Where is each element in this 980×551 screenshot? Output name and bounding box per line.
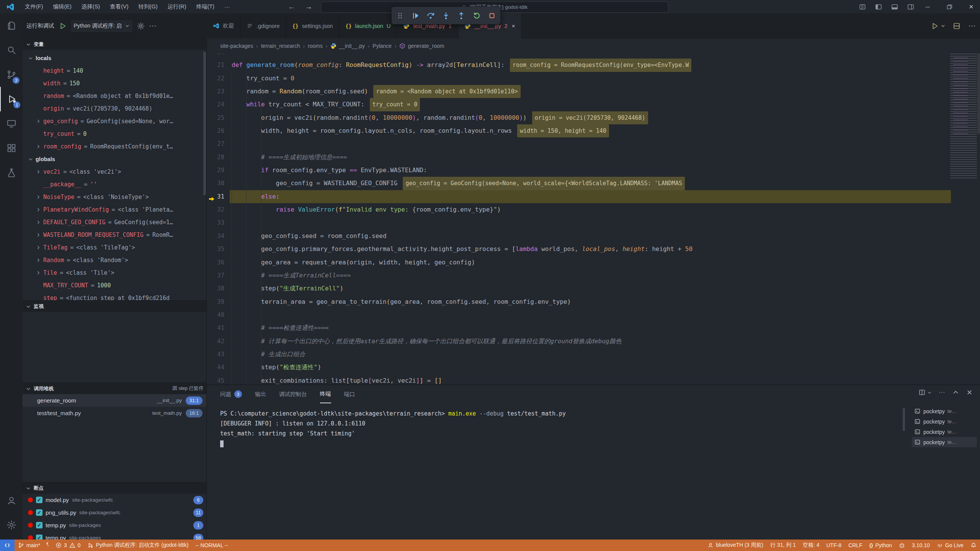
run-python-file-icon[interactable] [931, 22, 939, 30]
menu-item-T[interactable]: 终端(T) [191, 0, 220, 13]
variable-row[interactable]: try_count=0 [23, 127, 206, 140]
panel-tab-端口[interactable]: 端口 [344, 385, 355, 403]
breadcrumb-item[interactable]: site-packages [220, 43, 253, 49]
continue-icon[interactable] [411, 11, 420, 20]
step-over-icon[interactable] [426, 11, 435, 20]
tab-settings.json[interactable]: {}settings.json [286, 13, 339, 38]
panel-tab-问题[interactable]: 问题3 [220, 385, 242, 403]
variable-scope-globals[interactable]: globals [23, 153, 206, 165]
variable-row[interactable]: PlanetaryWindConfig=<class 'Planeta… [23, 203, 206, 216]
variable-row[interactable]: TileTag=<class 'TileTag'> [23, 241, 206, 254]
status-remote-indicator[interactable] [0, 540, 15, 551]
variable-row[interactable]: height=140 [23, 64, 206, 77]
watch-section-header[interactable]: 监视 [23, 300, 206, 312]
status-debug-status[interactable]: Python 调试程序: 启动文件 (godot-ldtk) [84, 540, 192, 551]
activity-item-explorer[interactable] [0, 13, 23, 38]
menu-item-V[interactable]: 查看(V) [105, 0, 133, 13]
status-copilot[interactable] [895, 540, 908, 551]
maximize-panel-icon[interactable] [952, 389, 959, 396]
status-notifications[interactable] [967, 540, 980, 551]
checkbox-checked-icon[interactable]: ✓ [36, 509, 42, 516]
breadcrumb-item[interactable]: Pylance [372, 43, 392, 49]
close-icon[interactable]: × [512, 23, 515, 29]
debug-config-select[interactable]: Python 调试程序: 启 [70, 20, 133, 33]
variable-row[interactable]: Tile=<class 'Tile'> [23, 266, 206, 279]
variable-row[interactable]: NoiseType=<class 'NoiseType'> [23, 191, 206, 203]
terminal-output[interactable]: PS C:\computer_science\godot-ldtk\site-p… [220, 409, 896, 540]
terminal-layout-icon[interactable] [918, 389, 926, 396]
menu-item-F[interactable]: 文件(F) [20, 0, 48, 13]
debug-more-icon[interactable] [149, 22, 157, 30]
status-eol[interactable]: CRLF [845, 540, 866, 551]
debug-settings-gear-icon[interactable] [137, 22, 145, 30]
activity-item-accounts[interactable] [0, 488, 23, 513]
terminal-scrollbar[interactable] [903, 408, 905, 431]
breadcrumb-item[interactable]: terrain_research [261, 43, 300, 49]
forward-arrow-icon[interactable]: → [305, 3, 312, 11]
variable-row[interactable]: random=<Random object at 0x1bf9d01e… [23, 90, 206, 102]
breadcrumb-item[interactable]: generate_room [399, 43, 444, 49]
variable-row[interactable]: width=150 [23, 77, 206, 90]
restart-icon[interactable] [472, 11, 481, 20]
chevron-down-icon[interactable] [941, 23, 946, 28]
code-editor[interactable]: 2021def generate_room(room_config: RoomR… [207, 54, 980, 385]
variable-row[interactable]: Random=<class 'Random'> [23, 254, 206, 266]
close-button[interactable]: ✕ [962, 0, 980, 13]
split-editor-icon[interactable] [952, 22, 961, 30]
breakpoints-section-header[interactable]: 断点 [23, 482, 206, 494]
activity-item-manage[interactable] [0, 513, 23, 537]
breadcrumb-item[interactable]: rooms [308, 43, 323, 49]
menu-item-E[interactable]: 编辑(E) [48, 0, 77, 13]
tab-.gdignore[interactable]: .gdignore [240, 13, 286, 38]
terminal-instance[interactable]: pocketpyte… [912, 427, 977, 437]
variable-row[interactable]: vec2i=<class 'vec2i'> [23, 165, 206, 178]
variable-row[interactable]: DEFAULT_GEO_CONFIG=GeoConfig(seed=1… [23, 216, 206, 228]
status-problems[interactable]: 30 [52, 540, 84, 551]
stack-frame[interactable]: test/test_math.pytest_math.py16:1 [23, 407, 206, 419]
panel-tab-调试控制台[interactable]: 调试控制台 [279, 385, 307, 403]
variable-scope-locals[interactable]: locals [23, 52, 206, 64]
toggle-sidebar-icon[interactable] [875, 3, 882, 11]
menu-item-G[interactable]: 转到(G) [134, 0, 163, 13]
breadcrumb-item[interactable]: __init__.py [330, 43, 365, 49]
breakpoint-row[interactable]: ✓png_utils.pysite-packages\wfc11 [23, 506, 206, 519]
variable-row[interactable]: __package__='' [23, 178, 206, 191]
close-panel-icon[interactable] [966, 389, 973, 396]
tab-launch.json[interactable]: {}launch.jsonU [339, 13, 397, 38]
variable-row[interactable]: room_config=RoomRequestConfig(env_t… [23, 140, 206, 153]
terminal-instance[interactable]: pocketpyte… [912, 437, 977, 447]
activity-item-source-control[interactable]: 3 [0, 62, 23, 87]
terminal-instance[interactable]: pocketpyte… [912, 416, 977, 427]
restore-button[interactable] [941, 3, 958, 11]
breakpoint-row[interactable]: ✓temp.pysite-packages1 [23, 519, 206, 531]
activity-item-remote-explorer[interactable] [0, 111, 23, 136]
toggle-panel-icon[interactable] [891, 3, 898, 11]
status-python-version[interactable]: 3.10.10 [908, 540, 933, 551]
variables-section-header[interactable]: 变量 [23, 38, 206, 50]
checkbox-checked-icon[interactable]: ✓ [36, 497, 42, 503]
breakpoint-row[interactable]: ✓model.pysite-packages\wfc6 [23, 494, 206, 506]
sidebar-scrollbar[interactable] [203, 52, 206, 195]
customize-layout-icon[interactable] [859, 3, 866, 11]
checkbox-checked-icon[interactable]: ✓ [36, 522, 42, 528]
back-arrow-icon[interactable]: ← [288, 3, 295, 11]
status-language[interactable]: {}Python [866, 540, 895, 551]
variable-row[interactable]: geo_config=GeoConfig(seed=None, wor… [23, 115, 206, 127]
variable-row[interactable]: step=<function step at 0x1bf9cd216d [23, 292, 206, 300]
status-encoding[interactable]: UTF-8 [823, 540, 845, 551]
activity-item-run-and-debug[interactable]: 1 [0, 87, 23, 111]
panel-tab-输出[interactable]: 输出 [255, 385, 266, 403]
status-git-blame[interactable]: blueloveTH (3 周前) [704, 540, 767, 551]
menu-item-R[interactable]: 运行(R) [162, 0, 191, 13]
panel-tab-终端[interactable]: 终端 [320, 385, 331, 403]
step-into-icon[interactable] [441, 11, 451, 20]
variable-row[interactable]: origin=vec2i(7205730, 9024468) [23, 102, 206, 115]
status-go-live[interactable]: Go Live [933, 540, 967, 551]
activity-item-extensions[interactable] [0, 136, 23, 160]
panel-more-icon[interactable] [938, 389, 946, 396]
tab-[interactable]: 欢迎 [207, 13, 240, 38]
activity-item-testing[interactable] [0, 160, 23, 185]
minimize-button[interactable]: ─ [919, 0, 936, 13]
call-stack-section-header[interactable]: 调用堆栈 因 step 已暂停 [23, 383, 206, 394]
terminal-instance[interactable]: pocketpyte… [912, 406, 977, 416]
